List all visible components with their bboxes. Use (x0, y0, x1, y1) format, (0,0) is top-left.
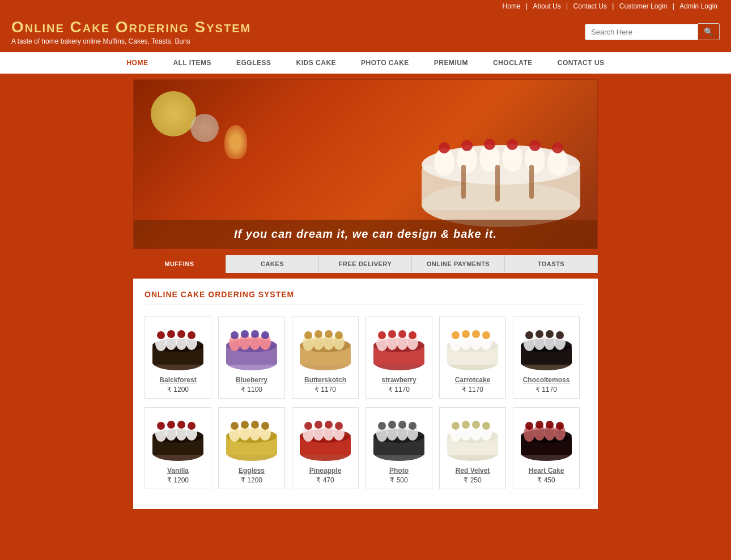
nav-item-kidscake[interactable]: KIDS CAKE (284, 52, 349, 74)
svg-point-72 (482, 331, 490, 339)
product-card-butterskotch[interactable]: Butterskotch ₹ 1170 (292, 317, 359, 399)
svg-point-83 (556, 331, 564, 339)
product-price-photo: ₹ 500 (371, 476, 427, 484)
product-image-eggless (223, 412, 280, 463)
svg-point-81 (536, 330, 543, 338)
nav-item-premium[interactable]: PREMIUM (422, 52, 481, 74)
nav-item-allitems[interactable]: ALL ITEMS (160, 52, 224, 74)
svg-point-38 (251, 330, 259, 338)
nav-about[interactable]: About Us (533, 2, 560, 10)
product-image-chocolatemoss (518, 322, 575, 373)
svg-point-148 (546, 421, 554, 429)
search-button[interactable]: 🔍 (698, 23, 720, 40)
tab-toasts[interactable]: TOASTS (505, 255, 598, 273)
svg-point-50 (335, 331, 343, 339)
product-image-heartcake (518, 412, 575, 463)
section-title: ONLINE CAKE ORDERING SYSTEM (144, 290, 586, 305)
product-card-heartcake[interactable]: Heart Cake ₹ 450 (513, 407, 580, 489)
product-card-blueberry[interactable]: Blueberry ₹ 1100 (218, 317, 285, 399)
tab-online-payments[interactable]: ONLINE PAYMENTS (412, 255, 505, 273)
nav-item-chocolate[interactable]: CHOCLATE (481, 52, 545, 74)
nav-item-eggless[interactable]: EGGLESS (224, 52, 284, 74)
product-card-vanilla[interactable]: Vanilla ₹ 1200 (144, 407, 211, 489)
product-card-pineapple[interactable]: Pineapple ₹ 470 (292, 407, 359, 489)
product-grid-row2: Vanilla ₹ 1200 Eggless ₹ 1200 (144, 407, 586, 489)
svg-point-149 (556, 422, 564, 430)
product-image-photo (371, 412, 427, 463)
svg-point-103 (241, 421, 249, 429)
svg-point-28 (188, 331, 196, 339)
tab-cakes[interactable]: CAKES (226, 255, 319, 273)
svg-point-61 (409, 331, 416, 339)
header: Online Cake Ordering System A taste of h… (0, 12, 731, 51)
svg-point-136 (462, 421, 470, 429)
product-price-carrot: ₹ 1170 (444, 386, 501, 394)
svg-point-126 (398, 421, 406, 429)
site-title: Online Cake Ordering System (11, 18, 251, 36)
svg-point-11 (484, 139, 495, 150)
svg-point-114 (314, 421, 322, 429)
svg-point-60 (398, 330, 406, 338)
product-grid-row1: Balckforest ₹ 1200 Blueberry ₹ 1100 (144, 317, 586, 399)
nav-item-home[interactable]: HOME (114, 52, 160, 74)
product-price-butterskotch: ₹ 1170 (297, 386, 354, 394)
product-image-blackforest (150, 322, 206, 373)
tab-free-delivery[interactable]: FREE DELIVERY (319, 255, 412, 273)
svg-rect-17 (529, 165, 534, 199)
product-name-chocolatemoss: Chocoltemoss (518, 376, 575, 384)
product-card-eggless[interactable]: Eggless ₹ 1200 (218, 407, 285, 489)
product-name-heartcake: Heart Cake (518, 467, 575, 474)
product-price-vanilla: ₹ 1200 (150, 476, 206, 484)
nav-item-photocake[interactable]: PHOTO CAKE (348, 52, 422, 74)
svg-point-48 (314, 330, 322, 338)
svg-rect-15 (461, 165, 466, 199)
svg-point-39 (261, 331, 269, 339)
svg-point-116 (335, 422, 343, 430)
svg-point-9 (439, 142, 450, 153)
svg-point-80 (525, 331, 533, 339)
svg-point-94 (188, 422, 196, 430)
banner-decoration-2 (190, 114, 219, 142)
svg-point-37 (241, 330, 249, 338)
category-tabs: MUFFINS CAKES FREE DELIVERY ONLINE PAYME… (133, 254, 598, 273)
product-card-strawberry[interactable]: strawberry ₹ 1170 (366, 317, 432, 399)
main-nav: HOME ALL ITEMS EGGLESS KIDS CAKE PHOTO C… (0, 51, 731, 75)
product-price-blueberry: ₹ 1100 (223, 386, 280, 394)
product-image-butterskotch (297, 322, 354, 373)
product-name-eggless: Eggless (223, 467, 280, 474)
product-name-carrot: Carrotcake (444, 376, 501, 384)
nav-contact[interactable]: Contact Us (573, 2, 607, 10)
svg-point-135 (452, 422, 460, 430)
nav-admin-login[interactable]: Admin Login (679, 2, 717, 10)
svg-point-59 (388, 330, 396, 338)
product-card-blackforest[interactable]: Balckforest ₹ 1200 (144, 317, 211, 399)
tab-muffins[interactable]: MUFFINS (133, 255, 226, 273)
product-image-vanilla (150, 412, 206, 463)
product-name-butterskotch: Butterskotch (297, 376, 354, 384)
product-card-chocolatemoss[interactable]: Chocoltemoss ₹ 1170 (513, 317, 580, 399)
search-box: 🔍 (585, 23, 720, 40)
product-name-photo: Photo (371, 467, 427, 474)
product-price-chocolatemoss: ₹ 1170 (518, 386, 575, 394)
svg-point-138 (482, 422, 490, 430)
product-name-redvelvet: Red Velvet (444, 467, 501, 474)
svg-point-10 (461, 140, 473, 151)
product-card-redvelvet[interactable]: Red Velvet ₹ 250 (439, 407, 506, 489)
svg-point-102 (231, 422, 239, 430)
top-bar: Home | About Us | Contact Us | Customer … (0, 0, 731, 12)
site-subtitle: A taste of home bakery online Muffins, C… (11, 37, 251, 45)
product-name-pineapple: Pineapple (297, 467, 354, 474)
nav-home[interactable]: Home (503, 2, 521, 10)
product-price-redvelvet: ₹ 250 (444, 476, 501, 484)
svg-point-27 (177, 330, 185, 338)
banner-candle (224, 125, 247, 159)
product-price-blackforest: ₹ 1200 (150, 386, 206, 394)
product-card-photo[interactable]: Photo ₹ 500 (366, 407, 432, 489)
nav-customer-login[interactable]: Customer Login (619, 2, 668, 10)
search-input[interactable] (585, 24, 698, 40)
svg-point-93 (177, 421, 185, 429)
svg-point-146 (525, 422, 533, 430)
logo: Online Cake Ordering System A taste of h… (11, 18, 251, 45)
nav-item-contactus[interactable]: CONTACT US (545, 52, 617, 74)
product-card-carrot[interactable]: Carrotcake ₹ 1170 (439, 317, 506, 399)
